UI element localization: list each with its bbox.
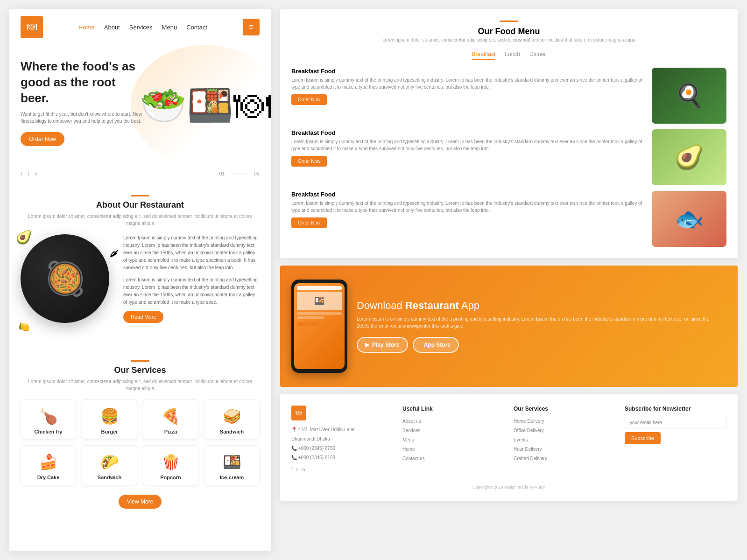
store-buttons: ▶ Play Store App Store [357, 337, 726, 353]
nav-services[interactable]: Services [129, 24, 153, 31]
food-card-sandwich[interactable]: 🥪 Sandwich [204, 399, 260, 440]
footer-social: f t in [291, 467, 726, 472]
play-store-label: Play Store [372, 342, 400, 348]
menu-item-1-desc: Lorem Ipsum is simply dummy text of the … [291, 77, 646, 91]
hero-section: Where the food's as good as the root bee… [9, 45, 271, 166]
footer-copyright: Copyrights 2019 design made by Futuil [291, 480, 726, 490]
menu-tabs: Breakfast Lunch Dinner [291, 51, 726, 60]
logo-icon: 🍽 [27, 21, 37, 33]
footer-col-brand: 🍽 📍 41/2, Mazi Afer Uddin Lane Dhanmondi… [291, 406, 393, 463]
newsletter-title: Subscribe for Newsletter [625, 406, 726, 412]
footer-link-menu[interactable]: Menu [402, 435, 504, 445]
view-more-button[interactable]: View More [119, 495, 162, 509]
nav-menu[interactable]: Menu [162, 24, 177, 31]
app-title-suffix: App [459, 300, 479, 311]
food-card-chicken-fry[interactable]: 🍗 Chicken fry [21, 399, 76, 440]
about-image-area: 🥘 🥑 🌶 🍋 [21, 234, 114, 337]
menu-header: Our Food Menu Lorem ipsum dolor sit amet… [291, 21, 726, 43]
food-card-icecream[interactable]: 🍱 Ice-cream [204, 445, 260, 485]
linkedin-icon[interactable]: in [35, 171, 39, 176]
about-para-1: Lorem Ipsum is simply dummy text of the … [123, 234, 260, 272]
subscribe-form: Subscribe [625, 417, 726, 444]
menu-subtitle: Lorem ipsum dolor sit amet, consectetur … [291, 36, 726, 43]
app-download-panel: 🍱 Download Restaurant App Lorem Ipsum is… [280, 266, 738, 387]
services-title: Our Services [21, 365, 260, 375]
menu-items: Breakfast Food Lorem Ipsum is simply dum… [291, 68, 726, 247]
footer-services-title: Our Services [514, 406, 615, 412]
sandwich-icon: 🥪 [208, 407, 255, 425]
hamburger-button[interactable]: ≡ [243, 19, 260, 35]
menu-item-1: Breakfast Food Lorem Ipsum is simply dum… [291, 68, 726, 124]
menu-item-1-text: Breakfast Food Lorem Ipsum is simply dum… [291, 68, 646, 105]
footer-service-crafted[interactable]: Crafted Delivery [514, 454, 615, 463]
footer-link-home[interactable]: Home [402, 445, 504, 454]
services-subtitle: Lorem-ipsum dolor sit amet, consectetur … [21, 378, 260, 392]
facebook-icon[interactable]: f [21, 171, 22, 176]
chicken-fry-label: Chicken fry [25, 429, 72, 434]
twitter-icon[interactable]: t [28, 171, 29, 176]
footer-grid: 🍽 📍 41/2, Mazi Afer Uddin Lane Dhanmondi… [291, 406, 726, 463]
footer-col-links: Useful Link About us Services Menu Home … [402, 406, 504, 463]
food-card-popcorn[interactable]: 🍿 Popcorn [143, 445, 198, 485]
order-now-btn-1[interactable]: Order Now [291, 94, 327, 105]
food-grid: 🍗 Chicken fry 🍔 Burger 🍕 Pizza 🥪 Sandwic… [21, 399, 260, 485]
phone-mockup: 🍱 [291, 280, 347, 373]
about-title: About Our Restaurant [21, 200, 260, 210]
footer-service-hour-delivery[interactable]: Hour Delivery [514, 445, 615, 454]
tab-lunch[interactable]: Lunch [505, 51, 520, 60]
useful-links-title: Useful Link [402, 406, 504, 412]
footer-logo: 🍽 [291, 406, 393, 420]
order-now-btn-3[interactable]: Order Now [291, 217, 327, 228]
pizza-label: Pizza [147, 429, 194, 434]
tab-dinner[interactable]: Dinner [529, 51, 546, 60]
slide-current: 01 [219, 171, 225, 176]
app-title-bold: Restaurant [405, 300, 459, 311]
footer-link-about[interactable]: About us [402, 417, 504, 426]
logo[interactable]: 🍽 [21, 16, 43, 38]
popcorn-label: Popcorn [147, 475, 194, 480]
newsletter-input[interactable] [625, 417, 726, 428]
read-more-button[interactable]: Read More [123, 311, 163, 323]
footer-link-contact[interactable]: Contact us [402, 454, 504, 463]
play-store-button[interactable]: ▶ Play Store [357, 337, 408, 353]
app-title-prefix: Download [357, 300, 405, 311]
food-card-sandwich2[interactable]: 🌮 Sandwich [82, 445, 137, 485]
footer-address: 📍 41/2, Mazi Afer Uddin Lane Dhanmondi,D… [291, 425, 393, 462]
hero-subtitle: Want to get fit this year, but don't kno… [21, 111, 142, 125]
menu-item-2-image: 🥑 [652, 129, 726, 185]
menu-item-2-text: Breakfast Food Lorem Ipsum is simply dum… [291, 129, 646, 167]
menu-item-2-title: Breakfast Food [291, 129, 646, 136]
icecream-label: Ice-cream [208, 475, 255, 480]
footer-col-services: Our Services Home Delivery Office Delive… [514, 406, 615, 463]
footer-service-home-delivery[interactable]: Home Delivery [514, 417, 615, 426]
app-text: Download Restaurant App Lorem Ipsum is o… [357, 300, 726, 353]
app-store-label: App Store [424, 342, 451, 348]
about-para-2: Lorem Ipsum is simply dummy text of the … [123, 276, 260, 306]
popcorn-icon: 🍿 [147, 453, 194, 471]
footer-service-office-delivery[interactable]: Office Delivery [514, 426, 615, 435]
dry-cake-icon: 🍰 [25, 453, 72, 471]
footer-link-services[interactable]: Services [402, 426, 504, 435]
food-card-dry-cake[interactable]: 🍰 Dry Cake [21, 445, 76, 485]
order-now-btn-2[interactable]: Order Now [291, 156, 327, 167]
nav-home[interactable]: Home [78, 24, 95, 31]
food-card-burger[interactable]: 🍔 Burger [82, 399, 137, 440]
footer-service-events[interactable]: Events [514, 435, 615, 445]
menu-divider [500, 21, 518, 22]
left-panel: 🍽 Home About Services Menu Contact ≡ Whe… [9, 9, 271, 551]
food-card-pizza[interactable]: 🍕 Pizza [143, 399, 198, 440]
subscribe-button[interactable]: Subscribe [625, 432, 661, 444]
nav-about[interactable]: About [104, 24, 120, 31]
app-store-button[interactable]: App Store [413, 337, 459, 353]
services-divider [131, 360, 149, 362]
nav-contact[interactable]: Contact [186, 24, 207, 31]
footer-facebook-icon[interactable]: f [291, 467, 293, 472]
tab-breakfast[interactable]: Breakfast [472, 51, 496, 60]
footer-linkedin-icon[interactable]: in [302, 467, 305, 472]
phone1-text: 📞 +000 (2345) 6789 [291, 444, 393, 453]
services-section: Our Services Lorem-ipsum dolor sit amet,… [9, 351, 271, 523]
footer-twitter-icon[interactable]: t [296, 467, 298, 472]
order-now-button[interactable]: Order Now [21, 132, 64, 146]
about-section: About Our Restaurant Lorem-ipsum dolor s… [9, 181, 271, 351]
right-panel: Our Food Menu Lorem ipsum dolor sit amet… [280, 9, 738, 551]
